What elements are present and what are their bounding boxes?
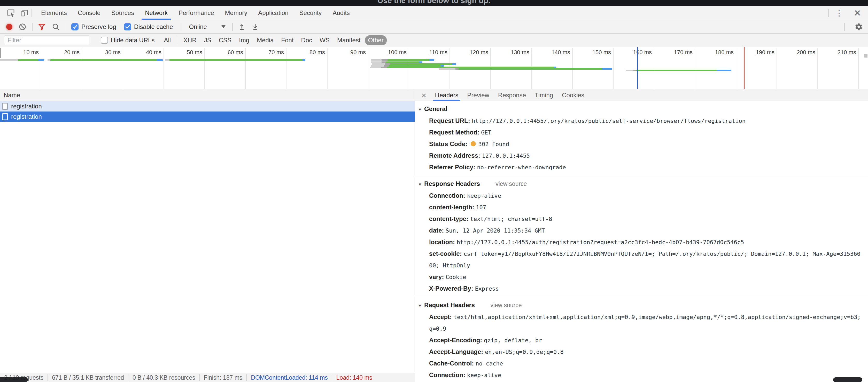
filter-chip-all[interactable]: All (161, 35, 174, 45)
details-tab-cookies[interactable]: Cookies (557, 89, 589, 101)
device-toolbar-icon[interactable] (18, 6, 31, 20)
tab-sources[interactable]: Sources (106, 6, 140, 20)
name-column-header[interactable]: Name (4, 92, 20, 99)
header-name: vary: (429, 273, 445, 280)
record-button[interactable] (6, 24, 12, 30)
divider (66, 23, 66, 31)
details-tab-response[interactable]: Response (494, 89, 530, 101)
header-name: Status Code: (429, 140, 469, 147)
timeline-gridline (858, 48, 859, 89)
header-value: keep-alive (467, 372, 501, 378)
header-row: Referrer Policy: no-referrer-when-downgr… (419, 162, 863, 173)
filter-chip-other[interactable]: Other (365, 35, 387, 45)
preserve-log-checkbox[interactable]: Preserve log (71, 23, 116, 30)
tab-console[interactable]: Console (72, 6, 106, 20)
header-name: Accept-Language: (429, 348, 485, 355)
overview-scrollbar-thumb[interactable] (864, 54, 867, 58)
filter-chip-css[interactable]: CSS (216, 35, 235, 45)
document-icon (2, 113, 8, 120)
view-source-link[interactable]: view source (495, 178, 527, 189)
settings-gear-icon[interactable] (855, 23, 863, 31)
waterfall-bar-segment (51, 59, 157, 61)
section-header[interactable]: ▾Response Headersview source (419, 178, 863, 190)
inspect-element-icon[interactable] (4, 6, 18, 20)
filter-chip-xhr[interactable]: XHR (180, 35, 200, 45)
header-value: en,en-US;q=0.9,de;q=0.8 (485, 349, 564, 355)
checkbox-checked-icon[interactable] (124, 23, 131, 30)
headers-section: ▾GeneralRequest URL: http://127.0.0.1:44… (415, 101, 868, 176)
horizontal-scrollbar-thumb-right[interactable] (833, 377, 862, 382)
filter-chip-img[interactable]: Img (236, 35, 252, 45)
disable-cache-checkbox[interactable]: Disable cache (124, 23, 173, 30)
tab-security[interactable]: Security (294, 6, 327, 20)
header-row: Remote Address: 127.0.0.1:4455 (419, 150, 863, 162)
section-header[interactable]: ▾General (419, 103, 863, 115)
view-source-link[interactable]: view source (490, 300, 522, 311)
close-details-icon[interactable]: × (417, 91, 431, 100)
filter-chip-doc[interactable]: Doc (298, 35, 315, 45)
horizontal-scrollbar-thumb-left[interactable] (0, 377, 28, 382)
timeline-tick-label: 120 ms (444, 49, 488, 56)
tab-audits[interactable]: Audits (327, 6, 355, 20)
section-title: Response Headers (424, 178, 480, 189)
tab-memory[interactable]: Memory (220, 6, 253, 20)
table-header[interactable]: Name (0, 89, 415, 101)
header-row: location: http://127.0.0.1:4455/auth/reg… (419, 236, 863, 248)
timeline-tick-label: 30 ms (76, 49, 121, 56)
header-value: text/html; charset=utf-8 (470, 216, 552, 222)
timeline-tick-label: 80 ms (281, 49, 325, 56)
network-overview-timeline[interactable]: 10 ms20 ms30 ms40 ms50 ms60 ms70 ms80 ms… (0, 47, 868, 89)
filter-chip-media[interactable]: Media (254, 35, 277, 45)
headers-section: ▾Request Headersview sourceAccept: text/… (415, 297, 868, 382)
header-name: date: (429, 227, 445, 234)
filter-input[interactable] (4, 35, 89, 45)
import-har-icon[interactable] (238, 23, 246, 31)
details-tab-headers[interactable]: Headers (431, 89, 463, 101)
details-tab-timing[interactable]: Timing (530, 89, 557, 101)
tab-elements[interactable]: Elements (36, 6, 72, 20)
waterfall-bar-segment (165, 59, 169, 61)
network-request-row[interactable]: registration (0, 101, 415, 111)
hide-data-urls-checkbox[interactable]: Hide data URLs (101, 37, 154, 44)
waterfall-bar-segment (439, 68, 456, 70)
waterfall-bar-segment (370, 67, 381, 68)
collapse-triangle-icon: ▾ (419, 179, 421, 190)
waterfall-bar-segment (303, 59, 305, 61)
section-header[interactable]: ▾Request Headersview source (419, 300, 863, 311)
filter-chip-manifest[interactable]: Manifest (334, 35, 364, 45)
tab-performance[interactable]: Performance (173, 6, 219, 20)
close-devtools-icon[interactable]: × (849, 7, 865, 19)
timeline-tick-label: 150 ms (566, 49, 611, 56)
throttling-dropdown[interactable]: Online (186, 23, 228, 30)
filter-chip-ws[interactable]: WS (316, 35, 333, 45)
details-tab-preview[interactable]: Preview (463, 89, 494, 101)
requests-table: Name registrationregistration (0, 89, 415, 373)
clear-icon[interactable] (19, 23, 26, 31)
timeline-tick-label: 140 ms (526, 49, 570, 56)
disable-cache-label: Disable cache (134, 23, 173, 30)
request-details-panel: × HeadersPreviewResponseTimingCookies ▾G… (415, 89, 868, 382)
waterfall-bar-segment (18, 59, 38, 61)
page-banner: Use the form below to sign up. (0, 0, 868, 6)
checkbox-unchecked-icon[interactable] (101, 37, 108, 44)
export-har-icon[interactable] (251, 23, 259, 31)
network-request-row[interactable]: registration (0, 111, 415, 122)
filter-funnel-icon[interactable] (38, 23, 46, 31)
header-name: Connection: (429, 192, 467, 199)
checkbox-checked-icon[interactable] (71, 23, 79, 30)
status-code-dot (471, 141, 476, 146)
filter-chip-font[interactable]: Font (278, 35, 297, 45)
overview-resize-handle[interactable] (0, 48, 1, 58)
waterfall-bar-segment (371, 62, 381, 63)
waterfall-bar-segment (169, 59, 303, 61)
filter-chip-js[interactable]: JS (201, 35, 214, 45)
more-options-icon[interactable]: ⋮ (829, 8, 849, 18)
waterfall-bar-segment (456, 68, 459, 70)
waterfall-bar-segment (390, 63, 452, 65)
search-icon[interactable] (52, 23, 60, 31)
chevron-down-icon (221, 25, 225, 28)
tab-network[interactable]: Network (140, 6, 173, 20)
header-row: set-cookie: csrf_token=y1//BqpRxuFY8Hw41… (419, 248, 863, 271)
tabbar-right-controls: ⋮ × (828, 6, 868, 20)
tab-application[interactable]: Application (253, 6, 294, 20)
